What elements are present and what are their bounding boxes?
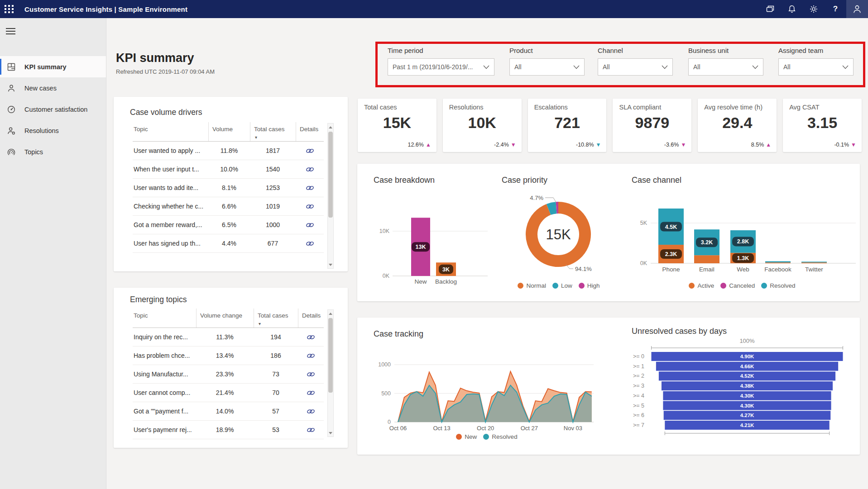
chevron-down-icon (749, 63, 758, 71)
topic-cell: Got a ""payment f... (133, 408, 196, 415)
scrollbar-thumb[interactable] (328, 318, 333, 393)
details-link-icon[interactable] (296, 148, 324, 154)
svg-text:4.90K: 4.90K (740, 354, 754, 359)
sidebar-item-label: Topics (24, 148, 43, 156)
tracking-charts-panel: Case tracking Unresolved cases by days 1… (357, 318, 860, 455)
table-scrollbar[interactable] (327, 309, 334, 437)
svg-text:Backlog: Backlog (435, 278, 457, 285)
column-header-total-cases[interactable]: Total cases▾ (250, 122, 296, 141)
svg-text:4.21K: 4.21K (740, 423, 754, 428)
details-link-icon[interactable] (296, 185, 324, 191)
total-cases-cell: 1019 (250, 203, 296, 210)
column-header-volume-change[interactable]: Volume change (196, 309, 254, 328)
filter-value: All (783, 63, 839, 71)
topic-cell: User wanted to apply ... (133, 147, 208, 154)
legend-label: High (587, 282, 600, 289)
sidebar-item-topics[interactable]: Topics (0, 141, 106, 162)
svg-text:New: New (414, 278, 427, 285)
unresolved-cases-funnel: 100%>= 04.90K>= 14.66K>= 24.52K>= 34.38K… (627, 330, 856, 435)
emerging-topics-table: TopicVolume changeTotal cases▾DetailsInq… (133, 309, 324, 439)
arcs-icon (6, 147, 16, 157)
svg-text:2.3K: 2.3K (665, 251, 677, 257)
legend-item-resolved: Resolved (761, 282, 795, 289)
legend-item-active: Active (689, 282, 714, 289)
details-link-icon[interactable] (296, 222, 324, 228)
svg-text:0K: 0K (640, 260, 647, 266)
topic-cell: User cannot comp... (133, 389, 196, 396)
total-cases-cell: 57 (254, 408, 298, 415)
filter-dropdown-product[interactable]: All (509, 58, 585, 76)
case-volume-drivers-panel: Case volume drivers TopicVolumeTotal cas… (114, 97, 348, 271)
kpi-card-avg-resolve-time-h: Avg resolve time (h)29.48.5%▲ (698, 99, 777, 152)
topic-cell: When the user input t... (133, 166, 208, 173)
emerging-topics-panel: Emerging topics TopicVolume changeTotal … (114, 288, 348, 448)
column-header-volume[interactable]: Volume (208, 122, 250, 141)
kpi-title: Resolutions (449, 104, 484, 111)
hamburger-menu-icon[interactable] (6, 26, 17, 35)
svg-text:Oct 20: Oct 20 (477, 425, 494, 432)
column-header-topic[interactable]: Topic (133, 309, 196, 328)
legend-label: Normal (526, 282, 546, 289)
svg-text:Phone: Phone (662, 266, 680, 273)
table-row: User wanted to apply ...11.8%1817 (133, 142, 324, 160)
sidebar-item-resolutions[interactable]: Resolutions (0, 120, 106, 141)
details-link-icon[interactable] (296, 204, 324, 209)
volume-cell: 14.0% (196, 408, 254, 415)
kpi-delta: -3.6%▼ (664, 142, 686, 148)
kpi-delta: -0.1%▼ (834, 142, 856, 148)
details-link-icon[interactable] (298, 390, 324, 396)
total-cases-cell: 194 (254, 333, 298, 341)
sidebar-item-new-cases[interactable]: New cases (0, 77, 106, 99)
top-app-bar: Customer Service Insights | Sample Envir… (0, 0, 868, 18)
details-link-icon[interactable] (298, 408, 324, 414)
sidebar-item-customer-satisfaction[interactable]: Customer satisfaction (0, 99, 106, 120)
details-link-icon[interactable] (298, 371, 324, 377)
chevron-down-icon (839, 63, 849, 71)
delta-down-icon: ▼ (511, 142, 516, 147)
details-link-icon[interactable] (296, 166, 324, 172)
filter-dropdown-business-unit[interactable]: All (688, 58, 763, 76)
filter-label: Business unit (688, 47, 763, 54)
scroll-down-icon[interactable] (328, 430, 333, 436)
total-cases-cell: 1817 (250, 147, 296, 154)
kpi-delta: 8.5%▲ (751, 142, 771, 148)
svg-text:Oct 27: Oct 27 (521, 425, 538, 432)
notifications-bell-icon[interactable] (781, 0, 803, 18)
svg-text:Oct 13: Oct 13 (433, 425, 450, 432)
details-link-icon[interactable] (298, 427, 324, 433)
column-header-label: Volume change (200, 312, 242, 319)
filter-dropdown-channel[interactable]: All (598, 58, 673, 76)
sidebar-item-kpi-summary[interactable]: KPI summary (0, 56, 106, 77)
chevron-down-icon (571, 63, 580, 71)
gauge-icon (6, 104, 16, 114)
scrollbar-thumb[interactable] (328, 132, 333, 218)
svg-text:4.30K: 4.30K (740, 393, 754, 399)
help-icon[interactable]: ? (825, 0, 846, 18)
column-header-details[interactable]: Details (298, 309, 324, 328)
legend-label: Low (561, 282, 572, 289)
account-person-icon[interactable] (846, 0, 868, 18)
column-header-total-cases[interactable]: Total cases▾ (254, 309, 298, 328)
svg-text:Web: Web (737, 266, 749, 273)
table-row: Using Manufactur...23.3%73 (133, 365, 324, 384)
details-link-icon[interactable] (298, 353, 324, 359)
filter-dropdown-time-period[interactable]: Past 1 m (2019/10/6-2019/... (388, 58, 494, 76)
column-header-topic[interactable]: Topic (133, 122, 208, 141)
sidebar-item-label: KPI summary (24, 63, 67, 71)
scroll-up-icon[interactable] (328, 310, 333, 317)
column-header-details[interactable]: Details (296, 122, 324, 141)
environments-icon[interactable] (759, 0, 781, 18)
person-icon (6, 83, 16, 93)
filter-dropdown-assigned-team[interactable]: All (778, 58, 854, 76)
kpi-delta-text: 8.5% (751, 142, 764, 148)
scroll-up-icon[interactable] (328, 124, 333, 130)
app-title: Customer Service Insights | Sample Envir… (24, 5, 187, 13)
waffle-menu-icon[interactable] (0, 0, 18, 18)
settings-gear-icon[interactable] (803, 0, 825, 18)
scroll-down-icon[interactable] (328, 261, 333, 268)
topic-cell: Has problem chce... (133, 352, 196, 359)
table-scrollbar[interactable] (327, 123, 334, 269)
details-link-icon[interactable] (296, 241, 324, 247)
details-link-icon[interactable] (298, 334, 324, 340)
legend-dot (720, 283, 726, 289)
